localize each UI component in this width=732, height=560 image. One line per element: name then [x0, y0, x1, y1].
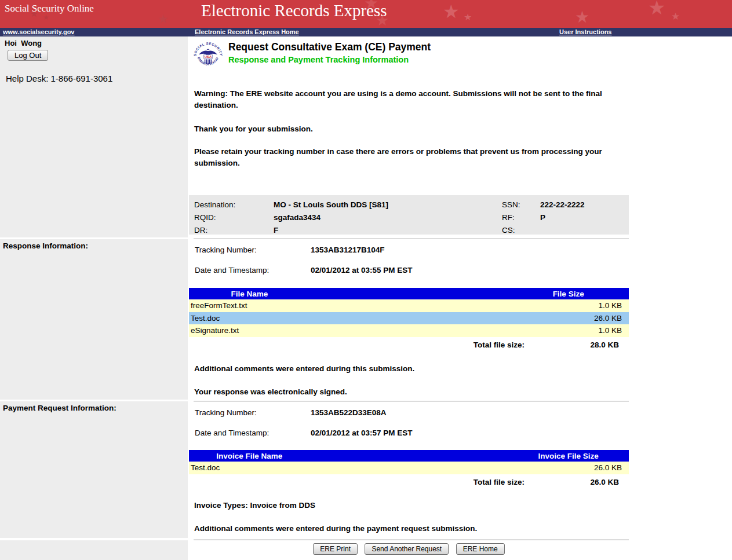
ere-print-button[interactable]: ERE Print — [313, 543, 358, 555]
file-size: 1.0 KB — [598, 326, 629, 335]
payment-comments-note: Additional comments were entered during … — [194, 523, 629, 535]
tracking-number-label: Tracking Number: — [195, 408, 311, 417]
invoice-file-size-header: Invoice File Size — [508, 452, 629, 460]
star-decoration: ★ — [158, 13, 169, 25]
star-decoration: ★ — [575, 9, 589, 25]
file-size: 26.0 KB — [594, 314, 629, 323]
payment-timestamp-row: Date and Timestamp: 02/01/2012 at 03:57 … — [195, 429, 624, 437]
invoice-types-text: Invoice Types: Invoice from DDS — [194, 500, 629, 511]
ere-home-button[interactable]: ERE Home — [456, 543, 505, 555]
app-title: Electronic Records Express — [201, 1, 387, 20]
seal-usa-text: USA — [205, 55, 212, 58]
rqid-label: RQID: — [194, 213, 274, 222]
star-decoration: ★ — [671, 12, 680, 21]
section-divider — [194, 401, 629, 402]
table-row: Test.doc 26.0 KB — [189, 312, 629, 325]
destination-value: MO - St Louis South DDS [S81] — [274, 200, 502, 209]
rf-value: P — [540, 213, 629, 222]
star-decoration: ★ — [648, 0, 665, 17]
file-size: 26.0 KB — [594, 463, 629, 472]
timestamp-label: Date and Timestamp: — [195, 266, 311, 274]
response-comments-note: Additional comments were entered during … — [194, 363, 629, 375]
response-information-label: Response Information: — [3, 241, 88, 250]
nav-link-ere-home[interactable]: Electronic Records Express Home — [195, 28, 299, 35]
nav-link-user-instructions[interactable]: User Instructions — [559, 28, 611, 35]
file-size-header: File Size — [508, 290, 629, 298]
section-divider — [194, 539, 629, 540]
timestamp-label: Date and Timestamp: — [195, 429, 311, 437]
payment-request-information-label: Payment Request Information: — [3, 404, 116, 412]
destination-summary-box: Destination: MO - St Louis South DDS [S8… — [189, 195, 629, 235]
rqid-value: sgafada3434 — [274, 213, 502, 222]
dr-label: DR: — [194, 226, 274, 235]
retain-tracking-note: Please retain your tracking number in ca… — [194, 146, 629, 169]
tracking-number-label: Tracking Number: — [195, 246, 311, 254]
electronically-signed-note: Your response was electronically signed. — [194, 386, 629, 398]
star-decoration: ★ — [443, 2, 460, 21]
tracking-number-value: 1353AB31217B104F — [311, 246, 624, 254]
file-name-header: File Name — [189, 290, 310, 298]
ssa-seal-icon: SOCIAL SECURITY ADMINISTRATION USA — [192, 41, 224, 72]
section-divider — [194, 238, 629, 239]
action-button-bar: ERE Print Send Another Request ERE Home — [189, 543, 629, 555]
total-file-size-value: 26.0 KB — [525, 478, 629, 486]
total-file-size-label: Total file size: — [474, 478, 525, 486]
page-title: Request Consultative Exam (CE) Payment — [228, 41, 431, 53]
table-row: Test.doc 26.0 KB — [189, 462, 629, 474]
response-tracking-row: Tracking Number: 1353AB31217B104F — [195, 246, 624, 254]
ssn-value: 222-22-2222 — [540, 200, 629, 209]
send-another-request-button[interactable]: Send Another Request — [365, 543, 449, 555]
top-banner: ★ ★ ★ ★ ★ ★ ★ ★ ★ ★ Social Security Onli… — [0, 0, 732, 28]
site-name: Social Security Online — [5, 3, 94, 14]
ssn-label: SSN: — [502, 200, 540, 209]
file-name: Test.doc — [189, 463, 220, 472]
invoice-table-header: Invoice File Name Invoice File Size — [189, 450, 629, 462]
page-subtitle: Response and Payment Tracking Informatio… — [228, 55, 409, 64]
help-desk-text: Help Desk: 1-866-691-3061 — [6, 74, 112, 83]
total-file-size-label: Total file size: — [474, 341, 525, 349]
sidebar-payment-section: Payment Request Information: — [0, 401, 188, 538]
table-row: eSignature.txt 1.0 KB — [189, 324, 629, 337]
rf-label: RF: — [502, 213, 540, 222]
response-table-header: File Name File Size — [189, 288, 629, 299]
dr-value: F — [274, 226, 502, 235]
table-row: freeFormText.txt 1.0 KB — [189, 299, 629, 312]
response-total-row: Total file size: 28.0 KB — [189, 338, 629, 351]
log-out-button[interactable]: Log Out — [8, 50, 48, 61]
invoice-file-table: Invoice File Name Invoice File Size Test… — [189, 450, 629, 474]
timestamp-value: 02/01/2012 at 03:57 PM EST — [311, 429, 624, 437]
user-name: Hoi Wong — [5, 39, 42, 47]
demo-warning-text: Warning: The ERE website account you are… — [194, 88, 629, 111]
file-name: freeFormText.txt — [189, 301, 247, 310]
destination-label: Destination: — [194, 200, 274, 209]
main-content: SOCIAL SECURITY ADMINISTRATION USA — [188, 36, 732, 560]
file-size: 1.0 KB — [598, 301, 629, 310]
page-header: SOCIAL SECURITY ADMINISTRATION USA — [189, 39, 629, 74]
nav-link-socialsecurity-gov[interactable]: www.socialsecurity.gov — [3, 28, 75, 35]
star-decoration: ★ — [43, 14, 49, 21]
thank-you-text: Thank you for your submission. — [194, 123, 629, 135]
tracking-number-value: 1353AB522D33E08A — [311, 408, 624, 417]
invoice-total-row: Total file size: 26.0 KB — [189, 475, 629, 488]
response-timestamp-row: Date and Timestamp: 02/01/2012 at 03:55 … — [195, 266, 624, 274]
total-file-size-value: 28.0 KB — [525, 341, 629, 349]
response-file-table: File Name File Size freeFormText.txt 1.0… — [189, 288, 629, 337]
sidebar-user-section: Hoi Wong Log Out Help Desk: 1-866-691-30… — [0, 36, 188, 237]
payment-tracking-row: Tracking Number: 1353AB522D33E08A — [195, 408, 624, 417]
sidebar-footer-section — [0, 540, 188, 560]
sidebar-response-section: Response Information: — [0, 239, 188, 400]
cs-label: CS: — [502, 226, 540, 235]
file-name: eSignature.txt — [189, 326, 239, 335]
invoice-file-name-header: Invoice File Name — [189, 452, 310, 460]
nav-bar: www.socialsecurity.gov Electronic Record… — [0, 28, 732, 36]
star-decoration: ★ — [464, 13, 472, 22]
file-name: Test.doc — [189, 314, 220, 323]
timestamp-value: 02/01/2012 at 03:55 PM EST — [311, 266, 624, 274]
